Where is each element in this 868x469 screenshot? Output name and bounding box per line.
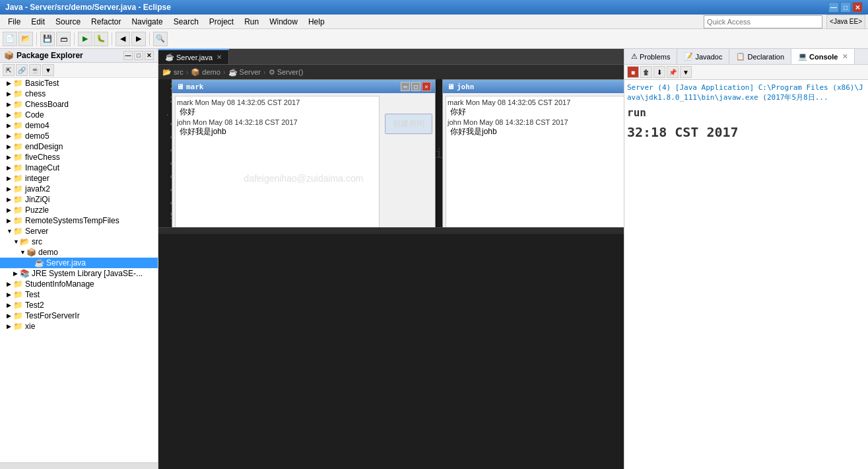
run-button[interactable]: ▶ (78, 32, 92, 46)
tree-item-imagecut[interactable]: ▶ 📁 ImageCut (0, 162, 158, 173)
tree-item-xie[interactable]: ▶ 📁 xie (0, 321, 158, 332)
breadcrumb-demo[interactable]: 📦 demo (191, 68, 220, 77)
save-button[interactable]: 💾 (40, 32, 55, 46)
menu-source[interactable]: Source (50, 16, 86, 28)
expand-fivechess[interactable]: ▶ (7, 154, 13, 161)
john-chat-area[interactable]: mark Mon May 08 14:32:05 CST 2017 你好 joh… (446, 96, 624, 227)
console-area[interactable]: Server (4) [Java Application] C:\Program… (624, 80, 868, 469)
menu-run[interactable]: Run (239, 16, 264, 28)
expand-basictest[interactable]: ▶ (7, 80, 13, 87)
tree-item-test2[interactable]: ▶ 📁 Test2 (0, 300, 158, 310)
console-close[interactable]: ✕ (842, 53, 848, 60)
forward-button[interactable]: ▶ (131, 32, 146, 46)
tree-item-studentinfomanage[interactable]: ▶ 📁 StudentInfoManage (0, 279, 158, 289)
expand-jre[interactable]: ▶ (13, 270, 20, 277)
expand-demo4[interactable]: ▶ (7, 122, 13, 129)
mark-close[interactable]: ✕ (422, 82, 431, 91)
expand-testforserver[interactable]: ▶ (7, 312, 13, 319)
open-button[interactable]: 📂 (18, 32, 33, 46)
tree-item-basictest[interactable]: ▶ 📁 BasicTest (0, 78, 158, 89)
menu-navigate[interactable]: Navigate (126, 16, 168, 28)
expand-integer[interactable]: ▶ (7, 175, 13, 182)
tree-item-code[interactable]: ▶ 📁 Code (0, 110, 158, 120)
new-button[interactable]: 📄 (3, 32, 17, 46)
expand-javafx2[interactable]: ▶ (7, 186, 13, 192)
expand-test2[interactable]: ▶ (7, 302, 13, 308)
mark-create-room-button[interactable]: 创建房间 (385, 114, 432, 134)
tree-item-javafx2[interactable]: ▶ 📁 javafx2 (0, 184, 158, 194)
maximize-button[interactable]: □ (840, 2, 851, 13)
expand-jinziqi[interactable]: ▶ (7, 196, 13, 203)
console-menu[interactable]: ▼ (680, 66, 692, 78)
pe-menu[interactable]: ▼ (42, 64, 54, 76)
pe-tree[interactable]: ▶ 📁 BasicTest ▶ 📁 chess ▶ 📁 ChessBoard ▶… (0, 78, 158, 462)
console-stop[interactable]: ■ (627, 66, 639, 78)
expand-chessboard[interactable]: ▶ (7, 101, 13, 108)
tree-item-demo4[interactable]: ▶ 📁 demo4 (0, 120, 158, 131)
expand-enddesign[interactable]: ▶ (7, 143, 13, 150)
pe-link[interactable]: 🔗 (16, 64, 28, 76)
pe-minimize[interactable]: — (123, 51, 133, 60)
tree-item-demo[interactable]: ▼ 📦 demo (0, 247, 158, 258)
expand-src[interactable]: ▼ (13, 238, 20, 245)
tree-item-src[interactable]: ▼ 📂 src (0, 236, 158, 247)
menu-file[interactable]: File (3, 16, 26, 28)
tab-console[interactable]: 💻 Console ✕ (791, 49, 854, 64)
tab-javadoc[interactable]: 📝 Javadoc (677, 49, 729, 64)
breadcrumb-src[interactable]: 📂 src (162, 68, 184, 77)
console-clear[interactable]: 🗑 (640, 66, 652, 78)
expand-remote[interactable]: ▶ (7, 217, 13, 224)
pe-close[interactable]: ✕ (145, 51, 154, 60)
tab-close-server[interactable]: ✕ (217, 54, 222, 61)
tree-item-chessboard[interactable]: ▶ 📁 ChessBoard (0, 99, 158, 110)
mark-maximize[interactable]: □ (411, 82, 420, 91)
menu-refactor[interactable]: Refactor (86, 16, 126, 28)
pe-collapse-all[interactable]: ⇱ (3, 64, 15, 76)
expand-puzzle[interactable]: ▶ (7, 207, 13, 213)
tree-item-server-java[interactable]: ☕ Server.java (0, 258, 158, 268)
expand-code[interactable]: ▶ (7, 112, 13, 118)
expand-test[interactable]: ▶ (7, 291, 13, 298)
save-all-button[interactable]: 🗃 (56, 32, 71, 46)
menu-edit[interactable]: Edit (26, 16, 50, 28)
expand-studentinfo[interactable]: ▶ (7, 281, 13, 287)
tree-item-chess[interactable]: ▶ 📁 chess (0, 89, 158, 99)
tree-item-test[interactable]: ▶ 📁 Test (0, 289, 158, 300)
expand-xie[interactable]: ▶ (7, 323, 13, 330)
minimize-button[interactable]: — (828, 2, 839, 13)
menu-search[interactable]: Search (168, 16, 204, 28)
tab-problems[interactable]: ⚠ Problems (624, 49, 677, 64)
pe-new-java[interactable]: ☕ (29, 64, 41, 76)
tree-item-demo5[interactable]: ▶ 📁 demo5 (0, 131, 158, 141)
back-button[interactable]: ◀ (116, 32, 130, 46)
debug-button[interactable]: 🐛 (94, 32, 108, 46)
tree-item-remotesystemstempfiles[interactable]: ▶ 📁 RemoteSystemsTempFiles (0, 215, 158, 226)
quick-access-input[interactable] (704, 15, 822, 28)
breadcrumb-server-class[interactable]: ☕ Server (228, 68, 261, 77)
expand-chess[interactable]: ▶ (7, 90, 13, 97)
pe-scrollbar[interactable] (0, 462, 158, 469)
search-button[interactable]: 🔍 (153, 32, 168, 46)
tree-item-jre[interactable]: ▶ 📚 JRE System Library [JavaSE-... (0, 268, 158, 279)
expand-server[interactable]: ▼ (7, 228, 13, 234)
tree-item-enddesign[interactable]: ▶ 📁 endDesign (0, 141, 158, 152)
tree-item-jinziqi[interactable]: ▶ 📁 JinZiQi (0, 194, 158, 205)
tree-item-server[interactable]: ▼ 📁 Server (0, 226, 158, 236)
expand-demo5[interactable]: ▶ (7, 133, 13, 139)
tree-item-puzzle[interactable]: ▶ 📁 Puzzle (0, 205, 158, 215)
tree-item-fivechess[interactable]: ▶ 📁 fiveChess (0, 152, 158, 162)
menu-help[interactable]: Help (303, 16, 330, 28)
menu-project[interactable]: Project (204, 16, 239, 28)
pe-maximize[interactable]: □ (134, 51, 143, 60)
menu-window[interactable]: Window (264, 16, 303, 28)
close-button[interactable]: ✕ (852, 2, 863, 13)
expand-demo[interactable]: ▼ (20, 249, 26, 256)
mark-chat-area[interactable]: mark Mon May 08 14:32:05 CST 2017 你好 joh… (175, 96, 380, 227)
mark-minimize[interactable]: — (401, 82, 410, 91)
expand-imagecut[interactable]: ▶ (7, 164, 13, 171)
layout-switcher[interactable]: <Java EE> (826, 15, 865, 29)
console-scroll[interactable]: ⬇ (653, 66, 665, 78)
console-pin[interactable]: 📌 (667, 66, 679, 78)
editor-content[interactable]: 28 JButton jb_create; 29 JButton jb_add;… (158, 79, 624, 227)
tree-item-integer[interactable]: ▶ 📁 integer (0, 173, 158, 184)
